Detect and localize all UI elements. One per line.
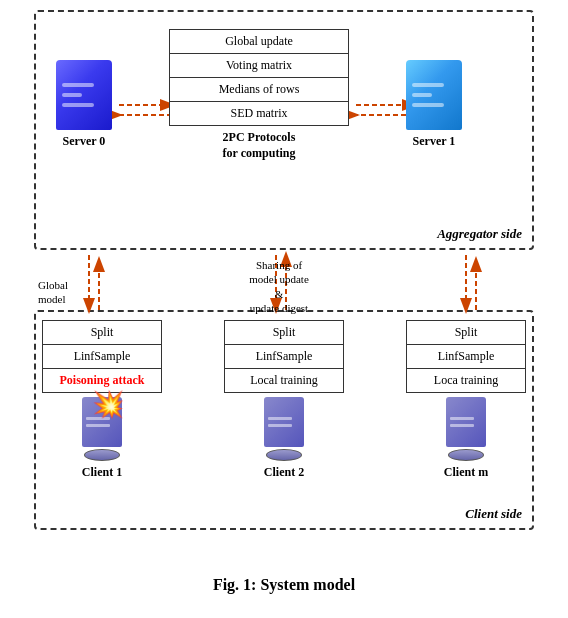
server1-stripe1 xyxy=(412,83,444,87)
aggregator-label: Aggregator side xyxy=(437,226,522,242)
cm-stripe2 xyxy=(450,424,474,427)
server0: Server 0 xyxy=(56,60,112,149)
server1-body xyxy=(406,60,462,130)
c2-stripe1 xyxy=(268,417,292,420)
client1-label: Client 1 xyxy=(82,465,122,480)
global-model-label: Globalmodel xyxy=(38,278,68,307)
diagram: Aggregator side Client side xyxy=(14,10,554,570)
clientm-label: Client m xyxy=(444,465,488,480)
server0-stripe3 xyxy=(62,103,94,107)
voting-matrix-row: Voting matrix xyxy=(169,53,349,78)
clientm-split: Split xyxy=(407,321,525,345)
clientm-local: Loca training xyxy=(407,369,525,392)
client1-disk xyxy=(84,449,120,461)
client1-linf: LinfSample xyxy=(43,345,161,369)
server1-label: Server 1 xyxy=(413,134,456,149)
clientm-box: Split LinfSample Loca training xyxy=(406,320,526,393)
server0-body xyxy=(56,60,112,130)
clientm-linf: LinfSample xyxy=(407,345,525,369)
server0-stripe1 xyxy=(62,83,94,87)
client1-panel: Split LinfSample Poisoning attack 💥 Clie… xyxy=(42,320,162,480)
clientm-panel: Split LinfSample Loca training Client m xyxy=(406,320,526,480)
client2-split: Split xyxy=(225,321,343,345)
client2-label: Client 2 xyxy=(264,465,304,480)
clientm-disk xyxy=(448,449,484,461)
server1: Server 1 xyxy=(406,60,462,149)
explosion-icon: 💥 xyxy=(92,389,124,420)
sharing-label: Sharing ofmodel update&update digest xyxy=(214,258,344,315)
c2-stripe2 xyxy=(268,424,292,427)
client-side-label: Client side xyxy=(465,506,522,522)
protocols-box: Global update Voting matrix Medians of r… xyxy=(169,30,349,161)
cm-stripe1 xyxy=(450,417,474,420)
c1-stripe2 xyxy=(86,424,110,427)
protocols-title: 2PC Protocolsfor computing xyxy=(169,130,349,161)
client2-disk xyxy=(266,449,302,461)
figure-caption: Fig. 1: System model xyxy=(213,576,355,594)
clientm-server xyxy=(446,397,486,447)
server0-label: Server 0 xyxy=(63,134,106,149)
server0-stripe2 xyxy=(62,93,82,97)
client2-server xyxy=(264,397,304,447)
global-update-row: Global update xyxy=(169,29,349,54)
client2-box: Split LinfSample Local training xyxy=(224,320,344,393)
medians-row: Medians of rows xyxy=(169,77,349,102)
client2-panel: Split LinfSample Local training Client 2 xyxy=(224,320,344,480)
sed-matrix-row: SED matrix xyxy=(169,101,349,126)
client2-linf: LinfSample xyxy=(225,345,343,369)
server1-stripe3 xyxy=(412,103,444,107)
client1-split: Split xyxy=(43,321,161,345)
client2-local: Local training xyxy=(225,369,343,392)
client1-box: Split LinfSample Poisoning attack xyxy=(42,320,162,393)
server1-stripe2 xyxy=(412,93,432,97)
